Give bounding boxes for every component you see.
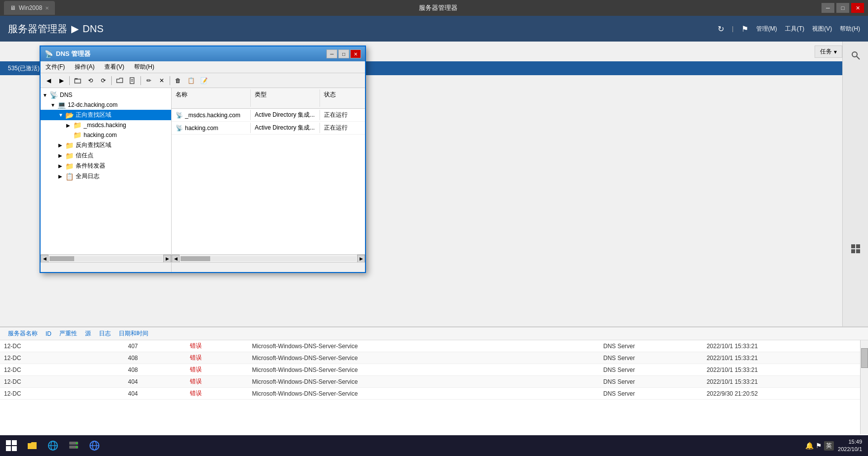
dns-window-title: DNS 管理器 <box>56 49 91 58</box>
breadcrumb: 服务器管理器 ▶ DNS <box>8 22 103 36</box>
dns-toolbar-props[interactable]: 📝 <box>198 75 210 86</box>
dns-menubar: 文件(F) 操作(A) 查看(V) 帮助(H) <box>41 61 365 73</box>
svg-rect-2 <box>851 244 855 248</box>
events-scrollbar[interactable] <box>860 340 868 434</box>
events-col-source[interactable]: 源 <box>85 329 91 338</box>
events-panel: 服务器名称 ID 严重性 源 日志 日期和时间 12-DC 407 错误 Mic… <box>0 326 868 435</box>
dns-close-button[interactable]: ✕ <box>350 49 361 58</box>
dns-toolbar-refresh[interactable]: ⟲ <box>85 75 96 86</box>
svg-rect-7 <box>75 78 78 80</box>
taskbar-right: 🔔 ⚑ 英 15:49 2022/10/1 <box>805 438 866 454</box>
refresh-icon[interactable]: ↻ <box>718 24 724 34</box>
breadcrumb-current[interactable]: DNS <box>83 23 103 35</box>
close-button[interactable]: ✕ <box>851 3 864 13</box>
dns-tree-hacking[interactable]: 📁 hacking.com <box>41 130 171 140</box>
dns-toolbar-sep1 <box>69 76 70 85</box>
view-menu[interactable]: 视图(V) <box>812 25 832 33</box>
flag-icon[interactable]: ⚑ <box>741 24 748 34</box>
dns-toolbar-forward[interactable]: ▶ <box>55 75 67 86</box>
svg-rect-4 <box>851 249 855 253</box>
dns-toolbar: ◀ ▶ ⟲ ⟳ <box>41 73 365 88</box>
events-col-id[interactable]: ID <box>46 330 51 337</box>
taskbar-ie-icon[interactable] <box>44 436 62 455</box>
dns-tree-trust-points[interactable]: ▶ 📁 信任点 <box>41 150 171 161</box>
dns-status-pane-right <box>172 263 365 272</box>
sm-content: 任务 ▾ 535(已激活) <box>0 42 868 456</box>
tools-menu[interactable]: 工具(T) <box>785 25 804 33</box>
dns-toolbar-trash[interactable]: 🗑 <box>172 75 184 86</box>
taskbar-dns-icon[interactable] <box>85 436 104 455</box>
help-menu[interactable]: 帮助(H) <box>840 25 860 33</box>
events-table-row[interactable]: 12-DC 404 错误 Microsoft-Windows-DNS-Serve… <box>0 376 868 388</box>
dns-col-status[interactable]: 状态 <box>320 90 365 107</box>
dns-maximize-button[interactable]: □ <box>338 49 349 58</box>
breadcrumb-root[interactable]: 服务器管理器 <box>8 22 67 36</box>
dns-tree-root[interactable]: ▼ 📡 DNS <box>41 90 171 100</box>
dns-toolbar-new-folder[interactable] <box>114 75 126 86</box>
dns-tree-hscroll[interactable]: ◀ ▶ <box>41 255 172 262</box>
task-button-top[interactable]: 任务 ▾ <box>815 46 842 58</box>
dns-tree-global-log[interactable]: ▶ 📋 全局日志 <box>41 171 171 182</box>
dns-minimize-button[interactable]: ─ <box>326 49 337 58</box>
dns-toolbar-back[interactable]: ◀ <box>43 75 54 86</box>
events-table-row[interactable]: 12-DC 404 错误 Microsoft-Windows-DNS-Serve… <box>0 388 868 400</box>
taskbar-keyboard-icon[interactable]: 英 <box>824 441 834 451</box>
taskbar-start-icon[interactable] <box>2 436 21 455</box>
dns-menu-view[interactable]: 查看(V) <box>101 62 127 72</box>
events-col-severity[interactable]: 严重性 <box>59 329 77 338</box>
dns-toolbar-refresh2[interactable]: ⟳ <box>97 75 109 86</box>
dns-toolbar-up[interactable] <box>72 75 84 86</box>
taskbar-sys-icons: 🔔 ⚑ 英 <box>805 441 834 451</box>
dns-menu-help[interactable]: 帮助(H) <box>131 62 157 72</box>
tab-close-icon[interactable]: ✕ <box>45 5 49 11</box>
dns-tree-reverse-zones[interactable]: ▶ 📁 反向查找区域 <box>41 140 171 150</box>
svg-rect-11 <box>6 440 11 445</box>
dns-list-row[interactable]: 📡_msdcs.hacking.com Active Directory 集成.… <box>172 109 365 122</box>
dns-toolbar-new-doc[interactable] <box>127 75 138 86</box>
sm-header: 服务器管理器 ▶ DNS ↻ | ⚑ 管理(M) 工具(T) 视图(V) 帮助(… <box>0 16 868 42</box>
taskbar: 🔔 ⚑ 英 15:49 2022/10/1 <box>0 435 868 456</box>
dns-menu-action[interactable]: 操作(A) <box>72 62 97 72</box>
dns-toolbar-paste[interactable]: 📋 <box>185 75 197 86</box>
dns-bottom-scrollbars: ◀ ▶ ◀ ▶ <box>41 254 365 262</box>
events-table-row[interactable]: 12-DC 408 错误 Microsoft-Windows-DNS-Serve… <box>0 364 868 376</box>
taskbar-folder-icon[interactable] <box>23 436 42 455</box>
events-table: 12-DC 407 错误 Microsoft-Windows-DNS-Serve… <box>0 340 868 400</box>
minimize-button[interactable]: ─ <box>822 3 834 13</box>
dns-list-rows: 📡_msdcs.hacking.com Active Directory 集成.… <box>172 109 365 135</box>
dns-list-panel: 名称 类型 状态 DNSSEC 状态 📡_msdcs.hacking.com A… <box>172 88 365 254</box>
dns-main-pane: ▼ 📡 DNS ▼ 💻 12-dc.hacking.com ▼ 📂 正 <box>41 88 365 254</box>
tab-icon: 🖥 <box>10 4 16 11</box>
events-col-log[interactable]: 日志 <box>99 329 111 338</box>
dns-col-name[interactable]: 名称 <box>172 90 251 107</box>
dns-menu-file[interactable]: 文件(F) <box>43 62 68 72</box>
dns-title-bar: 📡 DNS 管理器 ─ □ ✕ <box>41 46 365 61</box>
events-table-row[interactable]: 12-DC 408 错误 Microsoft-Windows-DNS-Serve… <box>0 352 868 364</box>
dns-col-type[interactable]: 类型 <box>251 90 320 107</box>
dns-list-hscroll[interactable]: ◀ ▶ <box>172 255 365 262</box>
events-col-datetime[interactable]: 日期和时间 <box>119 329 148 338</box>
events-table-row[interactable]: 12-DC 407 错误 Microsoft-Windows-DNS-Serve… <box>0 340 868 352</box>
dns-toolbar-edit[interactable]: ✏ <box>143 75 155 86</box>
windows-icon-button[interactable] <box>846 239 866 259</box>
dns-list-row[interactable]: 📡hacking.com Active Directory 集成... 正在运行… <box>172 122 365 135</box>
taskbar-server-icon[interactable] <box>64 436 83 455</box>
svg-point-20 <box>76 443 78 444</box>
dns-tree-forward-zones[interactable]: ▼ 📂 正向查找区域 <box>41 110 171 120</box>
title-bar: 🖥 Win2008 ✕ 服务器管理器 ─ □ ✕ <box>0 0 868 16</box>
events-col-server[interactable]: 服务器名称 <box>8 329 38 338</box>
taskbar-flag-icon[interactable]: ⚑ <box>816 442 822 450</box>
search-icon-button[interactable] <box>846 46 866 65</box>
breadcrumb-arrow-icon: ▶ <box>71 23 79 35</box>
dns-tree-msdcs[interactable]: ▶ 📁 _msdcs.hacking <box>41 120 171 130</box>
dns-tree-server[interactable]: ▼ 💻 12-dc.hacking.com <box>41 100 171 110</box>
dns-toolbar-sep2 <box>111 76 112 85</box>
dns-tree-conditional-forwarders[interactable]: ▶ 📁 条件转发器 <box>41 161 171 171</box>
tab-win2008[interactable]: 🖥 Win2008 ✕ <box>4 1 55 15</box>
title-bar-title: 服务器管理器 <box>55 3 822 12</box>
svg-rect-13 <box>6 446 11 451</box>
manage-menu[interactable]: 管理(M) <box>756 25 777 33</box>
maximize-button[interactable]: □ <box>836 3 849 13</box>
taskbar-notification-icon[interactable]: 🔔 <box>805 442 814 450</box>
dns-toolbar-delete[interactable]: ✕ <box>156 75 168 86</box>
